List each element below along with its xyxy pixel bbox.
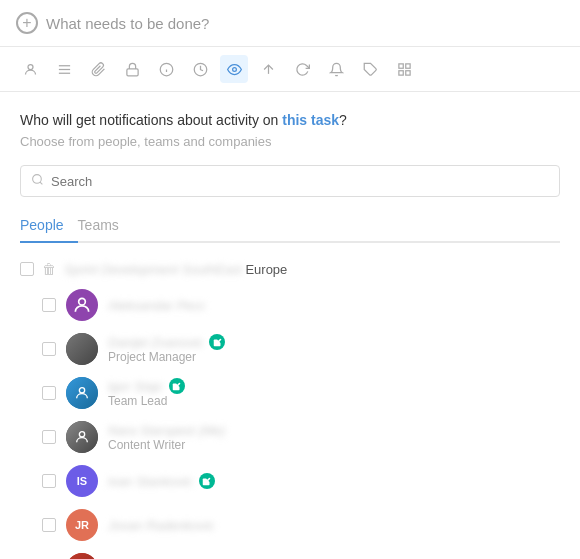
search-icon xyxy=(31,173,44,189)
avatar: JR xyxy=(66,509,98,541)
refresh-icon[interactable] xyxy=(288,55,316,83)
person-row: Aleksandar Pecc xyxy=(20,283,560,327)
person-info: Danijel Zvanovic Project Manager xyxy=(108,334,560,364)
eye-icon[interactable] xyxy=(220,55,248,83)
person-name: Danijel Zvanovic xyxy=(108,334,560,350)
person-row: Igor Stajc Team Lead xyxy=(20,371,560,415)
grid-icon[interactable] xyxy=(390,55,418,83)
add-task-button[interactable]: + xyxy=(16,12,38,34)
tag-icon[interactable] xyxy=(356,55,384,83)
svg-point-20 xyxy=(79,432,84,437)
bell-icon[interactable] xyxy=(322,55,350,83)
list-container: 🗑 Sprint Development SouthEast Europe Al… xyxy=(20,255,560,559)
question-text: Who will get notifications about activit… xyxy=(20,112,560,128)
search-input[interactable] xyxy=(51,174,549,189)
top-bar: + What needs to be done? xyxy=(0,0,580,47)
group-name: Sprint Development SouthEast Europe xyxy=(64,262,287,277)
person-checkbox[interactable] xyxy=(42,342,56,356)
avatar xyxy=(66,289,98,321)
avatar xyxy=(66,421,98,453)
person-icon[interactable] xyxy=(16,55,44,83)
notification-panel: Who will get notifications about activit… xyxy=(0,92,580,559)
tab-people[interactable]: People xyxy=(20,211,78,243)
person-row: JR Jovan Radenkovic xyxy=(20,503,560,547)
arrow-up-icon[interactable] xyxy=(254,55,282,83)
group-row: 🗑 Sprint Development SouthEast Europe xyxy=(20,255,560,283)
svg-rect-4 xyxy=(126,68,137,75)
svg-rect-14 xyxy=(405,70,409,74)
person-info: Nara Starspest (Me) Content Writer xyxy=(108,423,560,452)
person-name: Ivan Stankovic xyxy=(108,473,560,489)
svg-rect-15 xyxy=(398,70,402,74)
tabs: People Teams xyxy=(20,211,560,243)
avatar: IS xyxy=(66,465,98,497)
avatar xyxy=(66,553,98,559)
subtitle-text: Choose from people, teams and companies xyxy=(20,134,560,149)
list-icon[interactable] xyxy=(50,55,78,83)
clock-icon[interactable] xyxy=(186,55,214,83)
person-role: Project Manager xyxy=(108,350,560,364)
tab-teams[interactable]: Teams xyxy=(78,211,133,243)
svg-rect-13 xyxy=(405,63,409,67)
svg-point-16 xyxy=(33,175,42,184)
person-row xyxy=(20,547,560,559)
person-row: Danijel Zvanovic Project Manager xyxy=(20,327,560,371)
person-name: Aleksandar Pecc xyxy=(108,298,560,313)
search-box xyxy=(20,165,560,197)
person-info: Igor Stajc Team Lead xyxy=(108,378,560,408)
person-name: Igor Stajc xyxy=(108,378,560,394)
person-checkbox[interactable] xyxy=(42,386,56,400)
svg-point-18 xyxy=(79,298,86,305)
person-row: IS Ivan Stankovic xyxy=(20,459,560,503)
person-checkbox[interactable] xyxy=(42,430,56,444)
edit-badge xyxy=(169,378,185,394)
svg-line-17 xyxy=(40,182,42,184)
person-name: Jovan Radenkovic xyxy=(108,518,560,533)
person-role: Content Writer xyxy=(108,438,560,452)
svg-rect-12 xyxy=(398,63,402,67)
person-name: Nara Starspest (Me) xyxy=(108,423,560,438)
person-role: Team Lead xyxy=(108,394,560,408)
person-checkbox[interactable] xyxy=(42,518,56,532)
svg-point-0 xyxy=(28,64,33,69)
info-icon[interactable] xyxy=(152,55,180,83)
svg-point-9 xyxy=(232,67,236,71)
avatar xyxy=(66,333,98,365)
lock-icon[interactable] xyxy=(118,55,146,83)
task-title: What needs to be done? xyxy=(46,15,209,32)
toolbar xyxy=(0,47,580,92)
delete-icon[interactable]: 🗑 xyxy=(42,261,56,277)
paperclip-icon[interactable] xyxy=(84,55,112,83)
person-info: Jovan Radenkovic xyxy=(108,518,560,533)
person-info: Ivan Stankovic xyxy=(108,473,560,489)
edit-badge xyxy=(209,334,225,350)
avatar xyxy=(66,377,98,409)
edit-badge xyxy=(199,473,215,489)
person-checkbox[interactable] xyxy=(42,474,56,488)
person-checkbox[interactable] xyxy=(42,298,56,312)
person-row: Nara Starspest (Me) Content Writer xyxy=(20,415,560,459)
person-info: Aleksandar Pecc xyxy=(108,298,560,313)
svg-point-19 xyxy=(79,388,84,393)
group-checkbox[interactable] xyxy=(20,262,34,276)
